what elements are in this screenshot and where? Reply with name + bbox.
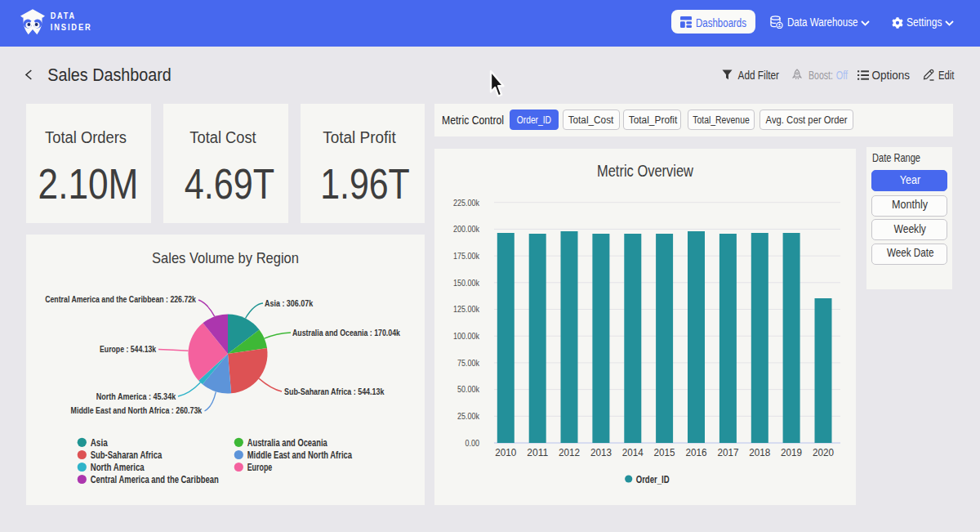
svg-text:Australia and Oceania: Australia and Oceania (247, 437, 327, 449)
svg-text:Metric Control: Metric Control (442, 114, 504, 127)
svg-text:Asia : 306.07k: Asia : 306.07k (265, 298, 314, 308)
svg-text:Off: Off (836, 69, 849, 82)
svg-text:0.00: 0.00 (466, 438, 480, 448)
svg-text:Sub-Saharan Africa : 544.13k: Sub-Saharan Africa : 544.13k (284, 387, 385, 396)
svg-text:Australia and Oceania : 170.04: Australia and Oceania : 170.04k (292, 328, 400, 338)
svg-text:Week Date: Week Date (887, 246, 934, 259)
svg-text:Metric Overview: Metric Overview (597, 162, 693, 180)
svg-text:Edit: Edit (938, 69, 954, 82)
svg-text:Dashboards: Dashboards (696, 16, 746, 29)
svg-text:175.00k: 175.00k (453, 251, 480, 261)
svg-text:100.00k: 100.00k (453, 331, 480, 341)
svg-text:Year: Year (900, 173, 921, 186)
svg-text:Boost:: Boost: (808, 69, 833, 82)
svg-text:2012: 2012 (559, 447, 580, 458)
svg-text:125.00k: 125.00k (453, 304, 480, 314)
svg-text:200.00k: 200.00k (453, 224, 480, 234)
svg-text:2.10M: 2.10M (38, 161, 139, 208)
svg-text:Weekly: Weekly (894, 222, 926, 235)
svg-text:Options: Options (872, 69, 910, 82)
svg-text:Total_Revenue: Total_Revenue (693, 114, 750, 126)
svg-text:75.00k: 75.00k (457, 358, 480, 368)
svg-text:Monthly: Monthly (892, 198, 928, 211)
svg-text:Sales Volume by Region: Sales Volume by Region (152, 249, 299, 266)
svg-text:2011: 2011 (527, 447, 548, 458)
svg-text:Avg. Cost per Order: Avg. Cost per Order (766, 114, 848, 126)
svg-text:Total Profit: Total Profit (323, 127, 396, 146)
svg-text:North America : 45.34k: North America : 45.34k (96, 391, 176, 401)
svg-text:25.00k: 25.00k (457, 411, 480, 421)
svg-text:2017: 2017 (717, 447, 738, 458)
svg-text:50.00k: 50.00k (457, 384, 480, 394)
svg-text:150.00k: 150.00k (453, 278, 480, 288)
svg-text:DATA: DATA (51, 11, 76, 20)
svg-text:2010: 2010 (495, 447, 516, 458)
svg-text:4.69T: 4.69T (185, 161, 274, 208)
svg-text:Settings: Settings (906, 16, 942, 29)
svg-text:Asia: Asia (91, 437, 108, 449)
svg-text:North America: North America (91, 462, 145, 473)
svg-text:Order_ID: Order_ID (517, 114, 551, 126)
svg-text:Europe : 544.13k: Europe : 544.13k (100, 344, 157, 354)
svg-text:Total Orders: Total Orders (45, 127, 127, 146)
svg-text:225.00k: 225.00k (453, 198, 480, 208)
svg-text:2015: 2015 (654, 447, 675, 458)
svg-text:Data Warehouse: Data Warehouse (787, 16, 858, 29)
svg-text:Europe: Europe (247, 462, 273, 473)
svg-text:Total_Profit: Total_Profit (629, 114, 678, 126)
svg-text:2014: 2014 (622, 447, 644, 458)
svg-text:Sales Dashboard: Sales Dashboard (47, 65, 172, 85)
svg-text:Central America and the Caribb: Central America and the Caribbean (91, 474, 219, 485)
svg-text:Total_Cost: Total_Cost (568, 114, 614, 126)
svg-text:Central America and the Caribb: Central America and the Caribbean : 226.… (45, 294, 196, 304)
svg-text:2018: 2018 (749, 447, 770, 458)
svg-text:Date Range: Date Range (872, 151, 920, 164)
svg-text:Total Cost: Total Cost (189, 127, 256, 146)
svg-text:Sub-Saharan Africa: Sub-Saharan Africa (91, 449, 163, 461)
svg-text:2020: 2020 (813, 447, 834, 458)
svg-text:Order_ID: Order_ID (636, 474, 670, 485)
svg-text:Middle East and North Africa :: Middle East and North Africa : 260.73k (71, 405, 203, 415)
svg-text:1.96T: 1.96T (320, 161, 410, 208)
svg-text:2013: 2013 (590, 447, 612, 458)
svg-text:2016: 2016 (686, 447, 707, 458)
svg-text:2019: 2019 (781, 447, 802, 458)
svg-text:Middle East and North Africa: Middle East and North Africa (247, 449, 353, 461)
svg-text:INSIDER: INSIDER (51, 23, 92, 32)
svg-text:Add Filter: Add Filter (738, 69, 780, 82)
